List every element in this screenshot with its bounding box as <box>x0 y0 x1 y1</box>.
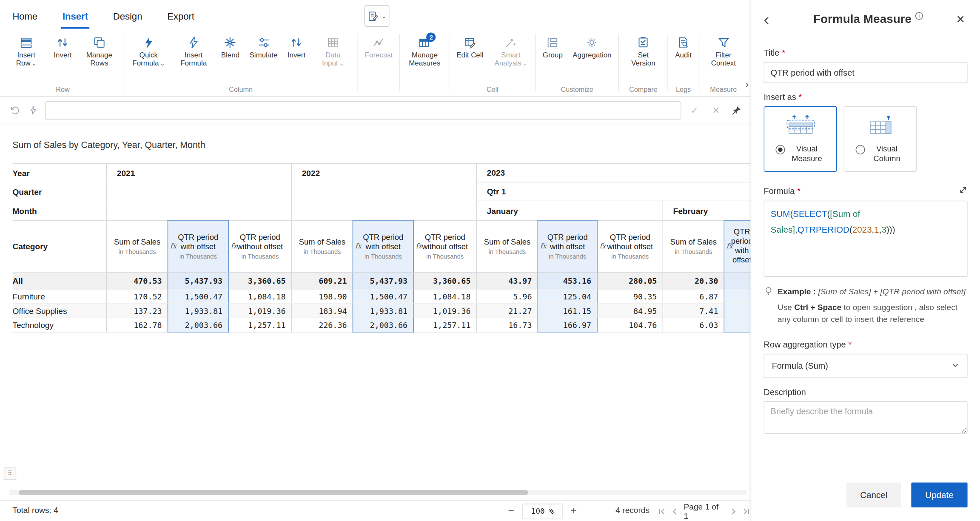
table-cell[interactable]: 453.16 <box>538 273 598 290</box>
column-header[interactable]: fxQTR period without offsetin Thousands <box>229 220 291 272</box>
zoom-out-button[interactable]: − <box>508 505 515 517</box>
tab-design[interactable]: Design <box>112 3 144 28</box>
row-label[interactable]: All <box>12 273 106 290</box>
column-header[interactable]: fxQTR period without offsetin Thousands <box>414 220 476 272</box>
close-button[interactable]: ✕ <box>954 10 968 28</box>
table-cell[interactable]: 1,084.18 <box>414 289 476 304</box>
month-header[interactable]: January <box>476 201 663 220</box>
tab-insert[interactable]: Insert <box>61 3 89 28</box>
year-header[interactable]: 2023 <box>476 163 751 183</box>
column-header[interactable]: Sum of Salesin Thousands <box>476 220 538 272</box>
table-cell[interactable]: 1,084.18 <box>229 289 291 304</box>
row-label[interactable]: Furniture <box>12 289 106 304</box>
radio-visual-column[interactable] <box>856 145 865 154</box>
column-header[interactable]: Sum of Salesin Thousands <box>106 220 168 272</box>
table-cell[interactable]: 226.36 <box>291 318 353 333</box>
forecast-button[interactable]: Forecast <box>361 32 396 61</box>
tab-home[interactable]: Home <box>11 3 39 28</box>
invert-column-button[interactable]: Invert <box>284 32 309 61</box>
cancel-button[interactable]: Cancel <box>846 482 901 507</box>
column-header[interactable]: Sum of Salesin Thousands <box>663 220 724 272</box>
ribbon-overflow-button[interactable]: › <box>745 65 749 105</box>
table-cell[interactable]: 3,360.65 <box>229 273 291 290</box>
formula-editor[interactable]: SUM(SELECT([Sum of Sales],QTRPERIOD(2023… <box>764 201 968 277</box>
pin-icon[interactable] <box>729 105 743 116</box>
table-cell[interactable]: 161.15 <box>538 304 598 318</box>
invert-row-button[interactable]: Invert <box>50 32 76 61</box>
month-header[interactable]: February <box>663 201 751 220</box>
filter-context-button[interactable]: Filter Context <box>702 32 745 69</box>
table-cell[interactable]: 1,257.11 <box>229 318 291 333</box>
annotation-button[interactable]: ⌄ <box>365 5 390 27</box>
info-icon[interactable] <box>914 11 923 22</box>
next-page-button[interactable] <box>729 507 738 515</box>
audit-button[interactable]: Audit <box>672 32 695 61</box>
group-button[interactable]: Group <box>539 32 567 61</box>
table-cell[interactable]: 137.23 <box>106 304 168 318</box>
table-cell[interactable]: 166.97 <box>538 318 598 333</box>
smart-analysis-button[interactable]: Smart Analysis⌄ <box>490 32 532 69</box>
table-cell[interactable]: 1,500.47 <box>353 289 414 304</box>
table-cell[interactable]: 1,257.11 <box>414 318 476 333</box>
tab-export[interactable]: Export <box>166 3 196 28</box>
set-version-button[interactable]: Set Version <box>622 32 664 69</box>
table-cell[interactable]: 1,933.81 <box>168 304 229 318</box>
table-cell[interactable]: 470.53 <box>106 273 168 290</box>
blend-button[interactable]: Blend <box>217 32 243 61</box>
table-cell[interactable]: 170.52 <box>106 289 168 304</box>
table-cell[interactable]: 6.03 <box>663 318 724 333</box>
drag-handle[interactable]: ⠿ <box>4 467 16 480</box>
table-cell[interactable]: 5,437.93 <box>168 273 229 290</box>
column-header-selected[interactable]: fxQTR period with offsetin Thousands <box>353 220 414 272</box>
back-button[interactable]: ‹ <box>764 11 783 27</box>
undo-icon[interactable] <box>8 105 21 116</box>
table-cell[interactable]: 1,019.36 <box>414 304 476 318</box>
radio-visual-measure[interactable] <box>776 145 785 154</box>
table-cell[interactable]: 125.04 <box>538 289 598 304</box>
table-cell[interactable]: 1,019.36 <box>229 304 291 318</box>
commit-check-icon[interactable]: ✓ <box>686 105 703 116</box>
quick-formula-button[interactable]: Quick Formula⌄ <box>127 32 170 69</box>
table-cell[interactable]: 198.90 <box>291 289 353 304</box>
previous-page-button[interactable] <box>671 507 679 515</box>
table-cell[interactable]: 90.35 <box>598 289 663 304</box>
expand-icon[interactable] <box>959 185 968 196</box>
table-cell[interactable] <box>724 289 751 304</box>
insert-formula-button[interactable]: Insert Formula <box>172 32 215 69</box>
manage-measures-button[interactable]: 2 Manage Measures <box>403 32 446 69</box>
insert-row-button[interactable]: Insert Row⌄ <box>5 32 48 69</box>
year-header[interactable]: 2021 <box>106 163 291 183</box>
aggregation-button[interactable]: Aggregation <box>569 32 615 61</box>
horizontal-scrollbar[interactable] <box>9 490 747 495</box>
formula-lightning-icon[interactable] <box>26 105 40 115</box>
table-cell[interactable]: 21.27 <box>476 304 538 318</box>
table-cell[interactable]: 2,003.66 <box>353 318 414 333</box>
table-cell[interactable]: 609.21 <box>291 273 353 290</box>
option-visual-column[interactable]: Visual Column <box>844 106 917 172</box>
cancel-cross-icon[interactable]: ✕ <box>708 105 724 116</box>
table-cell[interactable]: 1,500.47 <box>168 289 229 304</box>
simulate-button[interactable]: Simulate <box>246 32 281 61</box>
column-header-selected[interactable]: fxQTR period with offsetin Thousands <box>168 220 229 272</box>
formula-bar-input[interactable] <box>45 101 681 120</box>
description-textarea[interactable] <box>764 401 968 433</box>
row-label[interactable]: Office Supplies <box>12 304 106 318</box>
table-cell[interactable] <box>724 273 751 290</box>
row-label[interactable]: Technology <box>12 318 106 333</box>
table-cell[interactable]: 162.78 <box>106 318 168 333</box>
last-page-button[interactable] <box>743 507 751 515</box>
table-cell[interactable]: 280.05 <box>598 273 663 290</box>
title-input[interactable] <box>764 62 968 83</box>
table-cell[interactable]: 3,360.65 <box>414 273 476 290</box>
table-cell[interactable]: 43.97 <box>476 273 538 290</box>
first-page-button[interactable] <box>658 507 666 515</box>
scrollbar-thumb[interactable] <box>19 490 528 495</box>
edit-cell-button[interactable]: Edit Cell <box>453 32 487 61</box>
update-button[interactable]: Update <box>911 482 967 507</box>
row-aggregation-select[interactable]: Formula (Sum) <box>764 354 968 378</box>
option-visual-measure[interactable]: Visual Measure <box>764 106 837 172</box>
column-header[interactable]: fxQTR period without offsetin Thousands <box>598 220 663 272</box>
manage-rows-button[interactable]: Manage Rows <box>78 32 120 69</box>
table-cell[interactable]: 104.76 <box>598 318 663 333</box>
table-cell[interactable]: 20.30 <box>663 273 724 290</box>
